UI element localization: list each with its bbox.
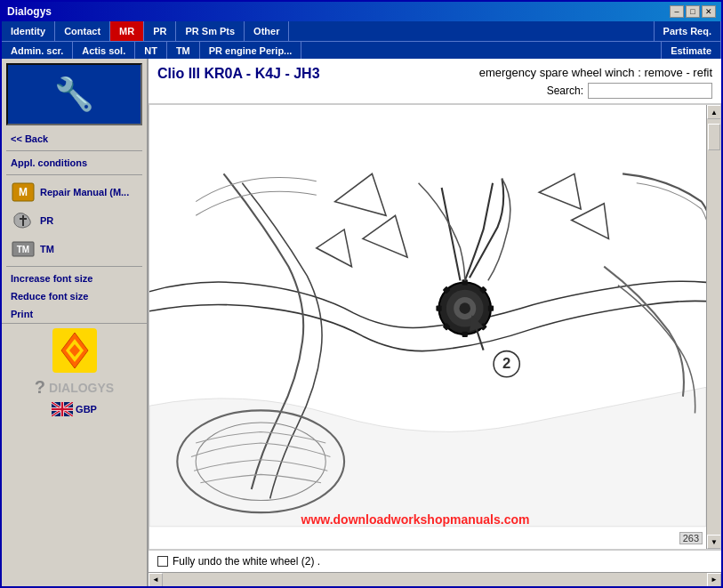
back-label: << Back [11,133,48,144]
tab-mr[interactable]: MR [110,21,144,41]
minimize-button[interactable]: – [670,5,684,18]
scroll-right-button[interactable]: ► [707,573,721,587]
tab-contact[interactable]: Contact [55,21,110,41]
nav-row-1: Identity Contact MR PR PR Sm Pts Other P… [2,21,721,41]
wrench-icon: 🔧 [54,76,94,113]
page-number: 263 [679,532,703,544]
horizontal-scrollbar: ◄ ► [149,572,721,586]
search-input[interactable] [588,83,712,99]
increase-font-label: Increase font size [11,273,92,284]
tab-actis-sol[interactable]: Actis sol. [73,42,135,59]
increase-font-button[interactable]: Increase font size [2,270,147,287]
sidebar-item-repair-manual[interactable]: M Repair Manual (M... [2,178,147,206]
dialogys-label: DIALOGYS [49,381,114,395]
repair-manual-label: Repair Manual (M... [40,187,129,197]
main-window: Dialogys – □ ✕ Identity Contact MR PR PR… [0,0,723,588]
pr-icon [11,210,36,231]
tab-pr-engine[interactable]: PR engine Perip... [200,42,302,59]
tab-admin-scr[interactable]: Admin. scr. [2,42,73,59]
window-controls: – □ ✕ [670,5,716,18]
tab-parts-req[interactable]: Parts Req. [654,21,721,41]
print-button[interactable]: Print [2,305,147,323]
separator-3 [6,266,142,267]
content-area: Clio III KR0A - K4J - JH3 emergency spar… [149,59,721,586]
page-subtitle: emergency spare wheel winch : remove - r… [479,66,712,79]
reduce-font-label: Reduce font size [11,291,88,302]
caption-checkbox[interactable] [157,556,168,567]
tm-icon: TM [11,238,36,260]
drawing-container: 2 [149,104,721,550]
scroll-down-button[interactable]: ▼ [707,535,721,549]
sidebar-item-appl-conditions[interactable]: Appl. conditions [2,154,147,172]
currency-label: GBP [76,404,97,415]
tab-pr-sm-pts[interactable]: PR Sm Pts [176,21,245,41]
currency-display: GBP [52,402,97,416]
svg-point-10 [459,302,470,314]
tab-tm[interactable]: TM [167,42,200,59]
separator-1 [6,150,142,151]
svg-text:2: 2 [502,355,510,372]
help-icon: ? [35,377,45,398]
sidebar-item-tm[interactable]: TM TM [2,235,147,263]
technical-drawing: 2 [149,105,706,549]
vertical-scrollbar: ▲ ▼ [706,105,720,549]
pr-label: PR [40,215,53,226]
svg-text:M: M [19,186,28,198]
close-button[interactable]: ✕ [702,5,716,18]
sidebar-item-pr[interactable]: PR [2,206,147,235]
dialogys-badge: ? DIALOGYS [35,377,114,398]
titlebar: Dialogys – □ ✕ [2,2,721,21]
window-title: Dialogys [7,5,52,18]
sidebar-bottom: ? DIALOGYS GBP [2,323,147,421]
renault-logo [52,328,97,373]
separator-2 [6,174,142,175]
search-bar: Search: [547,83,712,99]
uk-flag-icon [52,402,73,416]
watermark-text: www.downloadworkshopmanuals.com [301,512,569,527]
svg-text:TM: TM [17,245,29,254]
svg-rect-12 [462,332,468,337]
sidebar-logo-box: 🔧 [6,63,142,125]
nav-row-2: Admin. scr. Actis sol. NT TM PR engine P… [2,41,721,59]
sidebar: 🔧 << Back Appl. conditions M R [2,59,149,586]
main-area: 🔧 << Back Appl. conditions M R [2,59,721,586]
back-button[interactable]: << Back [2,130,147,148]
h-scroll-track[interactable] [163,573,707,586]
repair-manual-icon: M [11,181,36,203]
tab-other[interactable]: Other [245,21,289,41]
content-header: Clio III KR0A - K4J - JH3 emergency spar… [149,59,721,104]
tab-nt[interactable]: NT [135,42,167,59]
tab-pr[interactable]: PR [144,21,176,41]
maximize-button[interactable]: □ [686,5,700,18]
scroll-up-button[interactable]: ▲ [707,105,721,119]
reduce-font-button[interactable]: Reduce font size [2,287,147,305]
caption-area: Fully undo the white wheel (2) . [149,550,721,572]
caption-text: Fully undo the white wheel (2) . [173,555,320,568]
scroll-left-button[interactable]: ◄ [149,573,163,587]
appl-conditions-label: Appl. conditions [11,157,87,168]
page-title: Clio III KR0A - K4J - JH3 [157,66,320,82]
svg-rect-13 [436,306,441,311]
tm-label: TM [40,244,54,254]
tab-identity[interactable]: Identity [2,21,55,41]
scroll-track[interactable] [707,119,720,535]
svg-rect-14 [488,306,494,311]
search-label: Search: [547,85,583,97]
tab-estimate[interactable]: Estimate [661,42,721,59]
print-label: Print [11,309,33,319]
